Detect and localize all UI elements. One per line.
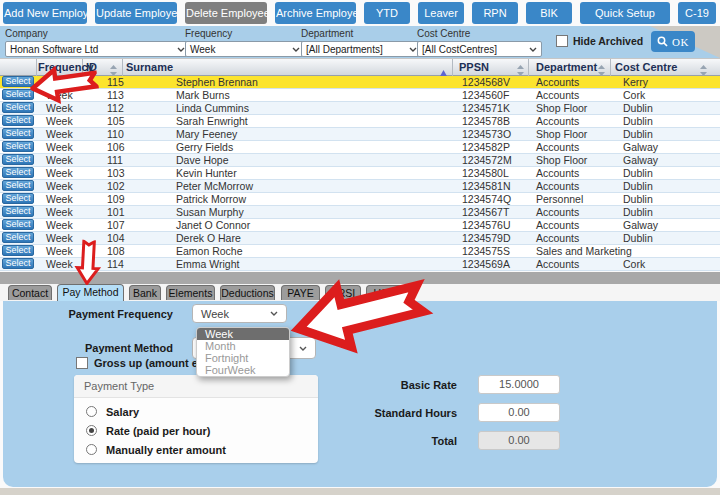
table-row[interactable]: SelectWeek112Linda Cummins1234571KShop F…: [0, 102, 720, 115]
toolbar-button-update-employee[interactable]: Update Employee: [95, 2, 177, 24]
toolbar-button-rpn[interactable]: RPN: [472, 2, 518, 24]
table-row[interactable]: SelectWeek101Susan Murphy1234567TAccount…: [0, 206, 720, 219]
sort-icon[interactable]: [110, 65, 117, 76]
cell-cost-centre: Galway: [623, 141, 658, 153]
dropdown-option-fortnight[interactable]: Fortnight: [197, 352, 289, 364]
cell-ppsn: 1234576U: [462, 219, 510, 231]
cell-surname: Peter McMorrow: [176, 180, 253, 192]
cell-frequency: Week: [46, 193, 73, 205]
column-header-department[interactable]: Department: [536, 61, 597, 73]
filter-label: Frequency: [185, 28, 305, 39]
detail-tabs: ContactPay MethodBankElementsDeductionsP…: [0, 284, 720, 301]
filter-select-company[interactable]: Honan Software Ltd: [5, 41, 190, 57]
ok-search-button[interactable]: OK: [651, 31, 695, 52]
toolbar-button-c-19[interactable]: C-19: [678, 2, 716, 24]
dropdown-option-month[interactable]: Month: [197, 340, 289, 352]
dropdown-option-fourweek[interactable]: FourWeek: [197, 364, 289, 376]
table-row[interactable]: SelectWeek104Derek O Hare1234579DAccount…: [0, 232, 720, 245]
cell-frequency: Week: [46, 232, 73, 244]
field-input-basic-rate[interactable]: 15.0000: [478, 375, 560, 394]
payment-method-label: Payment Method: [3, 342, 173, 354]
field-label-basic-rate: Basic Rate: [3, 379, 457, 391]
toolbar-button-add-new-employee[interactable]: Add New Employee: [3, 2, 87, 24]
hide-archived-checkbox[interactable]: [556, 35, 568, 47]
column-header-id[interactable]: ID: [86, 61, 97, 73]
table-row[interactable]: SelectWeek110Mary Feeney1234573OShop Flo…: [0, 128, 720, 141]
cell-surname: Eamon Roche: [176, 245, 243, 257]
cell-surname: Emma Wright: [176, 258, 239, 270]
table-row[interactable]: SelectWeek109Patrick Morrow1234574QPerso…: [0, 193, 720, 206]
cell-surname: Kevin Hunter: [176, 167, 237, 179]
toolbar-button-archive-employee[interactable]: Archive Employee: [275, 2, 356, 24]
tab-elements[interactable]: Elements: [166, 285, 215, 300]
cell-surname: Gerry Fields: [176, 141, 233, 153]
select-button[interactable]: Select: [2, 219, 34, 230]
select-button[interactable]: Select: [2, 193, 34, 204]
toolbar-button-delete-employee[interactable]: Delete Employee: [185, 2, 267, 24]
toolbar-button-ytd[interactable]: YTD: [364, 2, 410, 24]
sort-icon[interactable]: [700, 65, 707, 76]
tab-usc[interactable]: USC: [366, 285, 403, 300]
select-button[interactable]: Select: [2, 206, 34, 217]
gross-up-checkbox[interactable]: [76, 357, 88, 369]
cell-cost-centre: Galway: [623, 154, 658, 166]
field-input-standard-hours[interactable]: 0.00: [478, 403, 560, 422]
table-row[interactable]: SelectWeek106Gerry Fields1234582PAccount…: [0, 141, 720, 154]
table-row[interactable]: SelectWeek105Sarah Enwright1234578BAccou…: [0, 115, 720, 128]
cell-department: Shop Floor: [536, 128, 587, 140]
cell-department: Accounts: [536, 115, 579, 127]
tab-deductions[interactable]: Deductions: [220, 285, 275, 300]
select-button[interactable]: Select: [2, 258, 34, 269]
select-button[interactable]: Select: [2, 180, 34, 191]
sort-icon[interactable]: [517, 65, 524, 76]
tab-paye[interactable]: PAYE: [281, 285, 320, 300]
column-header-ppsn[interactable]: PPSN: [459, 61, 489, 73]
filter-label: Company: [5, 28, 190, 39]
toolbar-button-leaver[interactable]: Leaver: [418, 2, 464, 24]
toolbar-button-quick-setup[interactable]: Quick Setup: [580, 2, 670, 24]
select-button[interactable]: Select: [2, 167, 34, 178]
column-header-cost-centre[interactable]: Cost Centre: [615, 61, 677, 73]
select-button[interactable]: Select: [2, 141, 34, 152]
cell-id: 115: [107, 76, 124, 88]
table-row[interactable]: SelectWeek107Janet O Connor1234576UAccou…: [0, 219, 720, 232]
payment-frequency-select[interactable]: Week: [192, 304, 287, 323]
filter-group-department: Department[All Departments]: [301, 28, 422, 57]
filter-select-frequency[interactable]: Week: [185, 41, 305, 57]
table-row[interactable]: SelectWeek103Kevin Hunter1234580LAccount…: [0, 167, 720, 180]
filter-bar: Hide Archived OK CompanyHonan Software L…: [0, 26, 720, 58]
select-button[interactable]: Select: [2, 102, 34, 113]
cell-frequency: Week: [46, 180, 73, 192]
tab-bank[interactable]: Bank: [129, 285, 161, 300]
table-row[interactable]: SelectWeek102Peter McMorrow1234581NAccou…: [0, 180, 720, 193]
table-row[interactable]: SelectWeek115Stephen Brennan1234568VAcco…: [0, 76, 720, 89]
toolbar-button-bik[interactable]: BIK: [526, 2, 572, 24]
cell-id: 110: [107, 128, 124, 140]
table-row[interactable]: SelectWeek111Dave Hope1234572MShop Floor…: [0, 154, 720, 167]
hide-archived-control[interactable]: Hide Archived: [556, 35, 643, 47]
payment-frequency-label: Payment Frequency: [3, 308, 173, 320]
filter-select-department[interactable]: [All Departments]: [301, 41, 422, 57]
tab-prsi[interactable]: PRSI: [325, 285, 361, 300]
select-button[interactable]: Select: [2, 89, 34, 100]
select-button[interactable]: Select: [2, 76, 34, 87]
pay-method-panel: Payment Frequency Week Payment Method Gr…: [3, 301, 717, 487]
filter-select-cost-centre[interactable]: [All CostCentres]: [417, 41, 542, 57]
column-header-surname[interactable]: Surname: [126, 61, 173, 73]
select-button[interactable]: Select: [2, 232, 34, 243]
table-row[interactable]: SelectWeek108Eamon Roche1234575SSales an…: [0, 245, 720, 258]
filter-group-company: CompanyHonan Software Ltd: [5, 28, 190, 57]
filter-select-value: [All Departments]: [306, 44, 383, 55]
sort-icon[interactable]: [598, 65, 605, 76]
tab-pay-method[interactable]: Pay Method: [57, 284, 124, 301]
dropdown-option-week[interactable]: Week: [197, 328, 289, 340]
select-button[interactable]: Select: [2, 154, 34, 165]
table-row[interactable]: SelectWeek113Mark Burns1234560FAccountsC…: [0, 89, 720, 102]
select-button[interactable]: Select: [2, 245, 34, 256]
cell-department: Sales and Marketing: [536, 245, 632, 257]
table-row[interactable]: SelectWeek114Emma Wright1234569AAccounts…: [0, 258, 720, 271]
tab-contact[interactable]: Contact: [8, 285, 52, 300]
employee-table-body: SelectWeek115Stephen Brennan1234568VAcco…: [0, 76, 720, 271]
select-button[interactable]: Select: [2, 115, 34, 126]
select-button[interactable]: Select: [2, 128, 34, 139]
